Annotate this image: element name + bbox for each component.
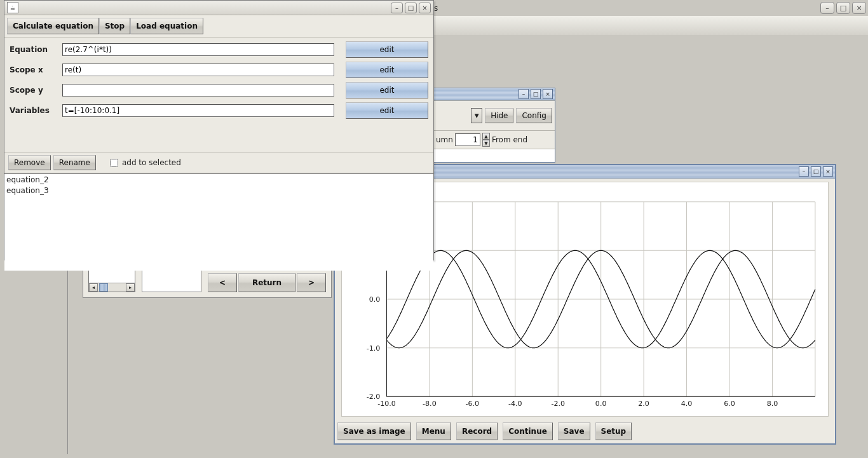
config-blank-row xyxy=(433,149,555,162)
column-spinner[interactable]: ▲▼ xyxy=(482,133,490,147)
close-icon[interactable]: ⨯ xyxy=(823,166,833,177)
obscured-title-fragment: s xyxy=(434,4,438,13)
os-max-button[interactable]: □ xyxy=(836,2,850,14)
variables-label: Variables xyxy=(10,106,62,115)
return-button[interactable]: Return xyxy=(238,273,295,292)
svg-text:4.0: 4.0 xyxy=(681,400,693,408)
menu-button[interactable]: Menu xyxy=(416,422,451,440)
equation-list-item[interactable]: equation_2 xyxy=(6,175,431,185)
remove-button[interactable]: Remove xyxy=(8,155,51,170)
column-spin-input[interactable] xyxy=(455,133,480,146)
os-close-button[interactable]: × xyxy=(852,2,866,14)
config-panel: – □ ⨯ ▼ Hide Config umn ▲▼ From end xyxy=(433,88,555,163)
dialog-max-button[interactable]: □ xyxy=(405,3,417,13)
svg-text:-10.0: -10.0 xyxy=(377,400,396,408)
svg-text:6.0: 6.0 xyxy=(724,400,735,408)
scroll-left-icon[interactable]: ◂ xyxy=(89,283,98,292)
minimize-icon[interactable]: – xyxy=(799,166,809,177)
scope-y-label: Scope y xyxy=(10,86,62,95)
equation-edit-button[interactable]: edit xyxy=(346,41,428,58)
config-titlebar[interactable]: – □ ⨯ xyxy=(433,88,555,100)
load-equation-button[interactable]: Load equation xyxy=(130,18,203,34)
record-button[interactable]: Record xyxy=(456,422,498,440)
calculate-equation-button[interactable]: Calculate equation xyxy=(7,18,99,34)
maximize-icon[interactable]: □ xyxy=(531,89,541,99)
continue-button[interactable]: Continue xyxy=(503,422,553,440)
thumbnail-scrollbar[interactable]: ◂ ▸ xyxy=(89,283,135,292)
scope-x-input[interactable] xyxy=(62,64,334,76)
stop-button[interactable]: Stop xyxy=(99,18,130,34)
maximize-icon[interactable]: □ xyxy=(811,166,821,177)
svg-text:-2.0: -2.0 xyxy=(551,400,565,408)
svg-text:-2.0: -2.0 xyxy=(367,393,381,401)
equation-list[interactable]: equation_2equation_3 xyxy=(4,173,433,271)
dialog-titlebar[interactable]: ☕ – □ × xyxy=(4,1,433,15)
dialog-min-button[interactable]: – xyxy=(391,3,403,13)
scroll-right-icon[interactable]: ▸ xyxy=(126,283,135,292)
scope-y-input[interactable] xyxy=(62,84,334,97)
close-icon[interactable]: ⨯ xyxy=(543,89,553,99)
os-min-button[interactable]: – xyxy=(820,2,834,14)
svg-text:0.0: 0.0 xyxy=(595,400,607,408)
hide-button[interactable]: Hide xyxy=(485,108,513,123)
java-icon: ☕ xyxy=(7,2,18,13)
add-to-selected-label: add to selected xyxy=(122,158,181,167)
svg-text:-8.0: -8.0 xyxy=(423,400,437,408)
scope-y-edit-button[interactable]: edit xyxy=(346,82,428,98)
save-as-image-button[interactable]: Save as image xyxy=(337,422,411,440)
svg-text:-1.0: -1.0 xyxy=(367,344,381,353)
equation-dialog: ☕ – □ × Calculate equation Stop Load equ… xyxy=(4,0,434,260)
nav-forward-button[interactable]: > xyxy=(297,273,326,292)
dialog-close-button[interactable]: × xyxy=(419,3,431,13)
scope-x-label: Scope x xyxy=(10,65,62,74)
svg-text:0.0: 0.0 xyxy=(369,295,381,304)
from-end-label: From end xyxy=(492,135,527,144)
svg-text:2.0: 2.0 xyxy=(638,400,649,408)
scroll-thumb[interactable] xyxy=(99,283,108,292)
add-to-selected-checkbox[interactable] xyxy=(110,159,118,167)
svg-text:-4.0: -4.0 xyxy=(508,400,522,408)
variables-edit-button[interactable]: edit xyxy=(346,102,428,119)
column-label-fragment: umn xyxy=(436,135,453,144)
scope-x-edit-button[interactable]: edit xyxy=(346,62,428,78)
equation-input[interactable] xyxy=(62,43,334,56)
config-button[interactable]: Config xyxy=(516,108,552,123)
minimize-icon[interactable]: – xyxy=(519,89,529,99)
rename-button[interactable]: Rename xyxy=(53,155,96,170)
svg-text:8.0: 8.0 xyxy=(767,400,778,408)
equation-label: Equation xyxy=(10,45,62,54)
variables-input[interactable] xyxy=(62,104,334,117)
nav-back-button[interactable]: < xyxy=(208,273,237,292)
setup-button[interactable]: Setup xyxy=(595,422,632,440)
svg-text:-6.0: -6.0 xyxy=(466,400,480,408)
equation-list-item[interactable]: equation_3 xyxy=(6,185,431,196)
dropdown-arrow-icon[interactable]: ▼ xyxy=(471,108,482,123)
save-button[interactable]: Save xyxy=(558,422,590,440)
